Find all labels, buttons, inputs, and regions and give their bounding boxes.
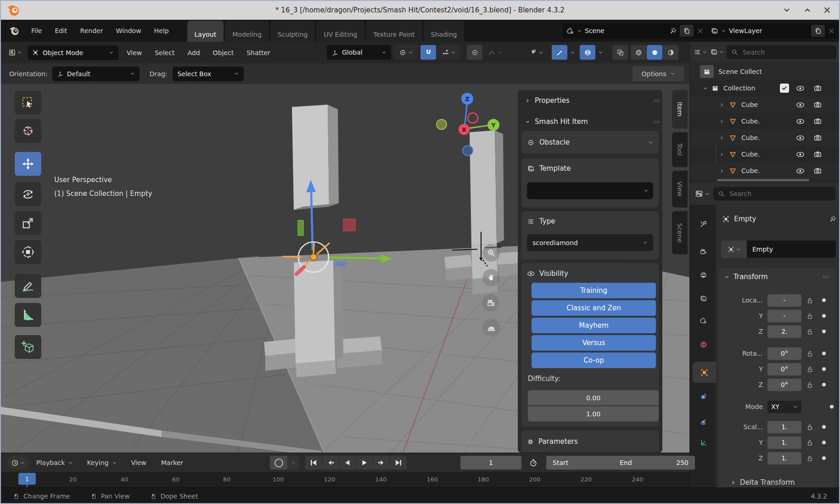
loc-z-field[interactable]: 2. bbox=[767, 325, 801, 338]
outliner-display-mode-button[interactable] bbox=[710, 48, 724, 56]
object-id-type-button[interactable] bbox=[721, 241, 747, 258]
shading-wireframe-button[interactable] bbox=[631, 45, 646, 60]
xray-toggle-button[interactable] bbox=[612, 45, 628, 60]
eye-icon[interactable] bbox=[796, 150, 805, 159]
maximize-icon[interactable] bbox=[802, 6, 812, 14]
outliner-row-cube[interactable]: Cube. bbox=[690, 162, 840, 179]
next-keyframe-button[interactable] bbox=[373, 456, 390, 470]
pivot-point-button[interactable] bbox=[394, 45, 418, 60]
timeline-view-menu[interactable]: View bbox=[125, 459, 153, 466]
animate-dot[interactable] bbox=[822, 441, 826, 444]
unlink-scene-icon[interactable] bbox=[696, 27, 704, 35]
difficulty-min-field[interactable]: 0.00 bbox=[528, 390, 659, 405]
auto-key-button[interactable] bbox=[270, 456, 287, 470]
timeline-ruler[interactable]: 20 40 60 80 100 120 140 160 180 200 220 … bbox=[0, 472, 689, 488]
tool-rotate[interactable] bbox=[15, 182, 41, 206]
outliner-row-cube[interactable]: Cube. bbox=[690, 113, 840, 129]
remove-view-layer-icon[interactable] bbox=[828, 27, 835, 35]
tab-object[interactable] bbox=[693, 362, 716, 383]
tab-view-layer[interactable] bbox=[695, 291, 711, 306]
rot-x-field[interactable]: 0° bbox=[767, 347, 801, 360]
previous-keyframe-button[interactable] bbox=[322, 456, 339, 470]
properties-editor-type-button[interactable] bbox=[694, 189, 710, 198]
menu-render[interactable]: Render bbox=[74, 27, 110, 34]
lock-open-icon[interactable] bbox=[806, 454, 814, 462]
camera-icon[interactable] bbox=[813, 134, 822, 142]
tool-cursor[interactable] bbox=[15, 119, 41, 143]
object-visibility-button[interactable] bbox=[523, 45, 549, 60]
collection-checkbox[interactable] bbox=[780, 84, 789, 93]
visibility-training-button[interactable]: Training bbox=[532, 283, 656, 298]
tool-add-cube[interactable] bbox=[15, 335, 41, 359]
difficulty-max-field[interactable]: 1.00 bbox=[528, 406, 659, 421]
type-dropdown[interactable]: scorediamond bbox=[527, 234, 653, 251]
outliner-row-scene-collection[interactable]: Scene Collect bbox=[690, 63, 840, 80]
grip-icon[interactable] bbox=[821, 273, 830, 281]
chevron-right-icon[interactable] bbox=[719, 135, 724, 140]
lock-open-icon[interactable] bbox=[806, 439, 814, 447]
scene-name[interactable]: Scene bbox=[585, 27, 666, 34]
scale-x-field[interactable]: 1. bbox=[767, 421, 801, 433]
options-button[interactable]: Options bbox=[633, 66, 684, 81]
visibility-classic-zen-button[interactable]: Classic and Zen bbox=[532, 300, 656, 316]
properties-search-input[interactable] bbox=[728, 190, 831, 198]
camera-icon[interactable] bbox=[813, 101, 822, 109]
sidebar-tab-item[interactable]: Item bbox=[672, 90, 688, 129]
sidebar-tab-view[interactable]: View bbox=[672, 171, 688, 207]
shading-solid-button[interactable] bbox=[647, 45, 662, 60]
gizmo-plane-xy[interactable] bbox=[335, 262, 346, 266]
scale-y-field[interactable]: 1. bbox=[767, 437, 801, 449]
camera-icon[interactable] bbox=[813, 84, 822, 93]
play-button[interactable] bbox=[356, 456, 373, 470]
chevron-down-icon[interactable] bbox=[721, 28, 726, 34]
eye-icon[interactable] bbox=[796, 167, 805, 175]
minimize-icon[interactable] bbox=[782, 6, 792, 14]
obstacle-section[interactable]: Obstacle bbox=[521, 131, 659, 154]
animate-dot[interactable] bbox=[822, 298, 826, 302]
frame-end-field[interactable]: End 250 bbox=[613, 456, 695, 470]
drag-dropdown[interactable]: Select Box bbox=[173, 67, 244, 81]
eye-icon[interactable] bbox=[796, 101, 805, 109]
tool-annotate[interactable] bbox=[15, 274, 41, 298]
workspace-tab-shading[interactable]: Shading bbox=[424, 21, 465, 42]
use-preview-range-button[interactable] bbox=[525, 456, 542, 470]
animate-dot[interactable] bbox=[822, 383, 826, 386]
new-view-layer-button[interactable] bbox=[811, 25, 825, 37]
visibility-versus-button[interactable]: Versus bbox=[532, 335, 656, 351]
loc-y-field[interactable]: - bbox=[767, 310, 801, 322]
menu-shatter[interactable]: Shatter bbox=[240, 49, 277, 56]
current-frame-marker[interactable]: 1 bbox=[18, 473, 36, 485]
grip-icon[interactable] bbox=[651, 97, 661, 105]
loc-x-field[interactable]: - bbox=[767, 294, 801, 307]
lock-open-icon[interactable] bbox=[806, 312, 814, 320]
view-layer-icon[interactable] bbox=[711, 27, 718, 35]
pillar-floating[interactable] bbox=[292, 105, 339, 210]
snap-toggle-button[interactable] bbox=[420, 45, 436, 60]
camera-icon[interactable] bbox=[813, 150, 822, 159]
outliner-search[interactable] bbox=[727, 45, 836, 59]
perspective-toggle-button[interactable] bbox=[482, 319, 500, 336]
scale-z-field[interactable]: 1. bbox=[767, 452, 801, 465]
outliner-scrollbar[interactable] bbox=[717, 179, 809, 181]
visibility-coop-button[interactable]: Co-op bbox=[532, 353, 656, 368]
gizmo-plane-yz[interactable] bbox=[343, 219, 355, 231]
lock-open-icon[interactable] bbox=[806, 297, 814, 304]
tool-transform[interactable] bbox=[15, 240, 41, 264]
grip-icon[interactable] bbox=[651, 118, 661, 126]
nav-axis-neg-z[interactable] bbox=[463, 146, 473, 156]
jump-to-end-button[interactable] bbox=[390, 456, 407, 470]
mode-dropdown[interactable]: Object Mode bbox=[28, 45, 118, 60]
properties-search[interactable] bbox=[713, 187, 835, 201]
play-reverse-button[interactable] bbox=[339, 456, 356, 470]
gizmos-settings-button[interactable] bbox=[568, 45, 577, 60]
sidebar-tab-tool[interactable]: Tool bbox=[672, 132, 688, 167]
overlays-toggle-button[interactable] bbox=[580, 45, 595, 60]
mode-dropdown[interactable]: XY bbox=[767, 401, 801, 413]
menu-select[interactable]: Select bbox=[148, 49, 181, 56]
lock-open-icon[interactable] bbox=[806, 381, 814, 389]
animate-dot[interactable] bbox=[822, 330, 826, 333]
overlays-settings-button[interactable] bbox=[596, 45, 605, 60]
chevron-down-icon[interactable] bbox=[577, 28, 582, 34]
timeline-editor-type-button[interactable] bbox=[7, 456, 28, 470]
animate-dot[interactable] bbox=[822, 352, 826, 355]
